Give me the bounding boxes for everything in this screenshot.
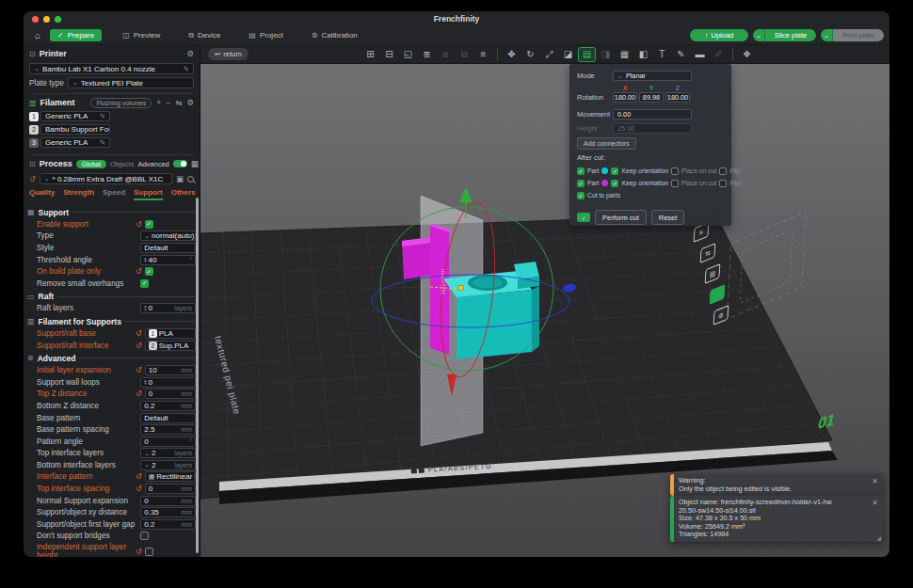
checkbox[interactable] (140, 532, 149, 540)
objects-tab[interactable]: Objects (110, 160, 134, 168)
place-on-cut-checkbox[interactable] (671, 167, 679, 175)
edit-printer-icon[interactable]: ✎ (184, 65, 189, 73)
cut-center-handle[interactable] (458, 286, 463, 291)
variable-layer-height-icon[interactable]: ▦ (616, 47, 633, 62)
close-icon[interactable]: ✕ (872, 474, 883, 496)
flip-checkbox[interactable] (719, 180, 727, 187)
add-connectors-button[interactable]: Add connectors (577, 137, 636, 150)
move-icon[interactable]: ✥ (503, 47, 521, 62)
spinner-icon[interactable]: ▴ ▾ (144, 305, 146, 311)
revert-icon[interactable]: ↺ (136, 220, 142, 229)
revert-all-icon[interactable]: ↺ (29, 175, 36, 183)
setting-field[interactable]: ⌄2layers (140, 460, 196, 470)
advanced-toggle[interactable] (173, 160, 187, 167)
setting-field[interactable]: 2Sup.PLA (145, 341, 196, 351)
setting-field[interactable]: 2.5mm (140, 424, 196, 435)
movement-input[interactable]: 0.00 (613, 109, 692, 119)
setting-field[interactable]: Default (140, 243, 196, 253)
flatten-icon[interactable]: ◪ (559, 47, 577, 62)
rotation-x-input[interactable]: 180.00 (613, 92, 637, 103)
return-button[interactable]: ↩ return (208, 48, 248, 60)
filament-item[interactable]: 2Bambu Support For ...✎ (29, 124, 110, 135)
rotation-y-input[interactable]: 89.98 (639, 92, 664, 103)
add-object-icon[interactable]: ⊞ (361, 47, 379, 62)
viewport[interactable]: ↩ return ⊞⊟◱≣⧈⧉≡✥↻⤢◪▤◨▦◧T✎▬✐❖ (200, 45, 889, 557)
setting-field[interactable]: Default (140, 413, 196, 423)
add-plate-icon[interactable]: ⊟ (380, 47, 398, 62)
setting-field[interactable]: 0.2mm (140, 401, 196, 411)
process-tab-strength[interactable]: Strength (63, 188, 94, 200)
setting-field[interactable]: 0mm (140, 496, 196, 506)
setting-field[interactable]: ⌄normal(auto) (140, 230, 196, 241)
process-tab-others[interactable]: Others (171, 188, 196, 200)
auto-orient-icon[interactable]: ◱ (399, 47, 417, 62)
scale-icon[interactable]: ⤢ (540, 47, 558, 62)
setting-field[interactable]: 0.35mm (140, 507, 196, 517)
tab-prepare[interactable]: ✓Prepare (50, 29, 102, 41)
parameter-table-icon[interactable]: ▦ (191, 159, 199, 168)
filament-item[interactable]: 3Generic PLA✎ (29, 137, 110, 148)
mode-select[interactable]: ⌄ Planar (613, 71, 692, 81)
checkbox[interactable]: ✓ (140, 279, 149, 288)
edit-icon[interactable]: ✎ (100, 112, 105, 120)
setting-field[interactable]: 1PLA (145, 328, 196, 339)
setting-field[interactable]: 10mm (145, 365, 196, 375)
reset-button[interactable]: Reset (651, 210, 685, 225)
tab-project[interactable]: ▤Project (241, 29, 290, 41)
flushing-volumes-button[interactable]: Flushing volumes (90, 98, 152, 108)
rotation-z-input[interactable]: 180.00 (665, 92, 690, 103)
plate-type-select[interactable]: ⌄ Textured PEI Plate (68, 77, 194, 88)
keep-orientation-checkbox[interactable]: ✓ (611, 180, 618, 187)
part-checkbox[interactable]: ✓ (577, 167, 585, 175)
process-preset-select[interactable]: ⌄ * 0.28mm Extra Draft @BBL X1C (40, 173, 172, 184)
setting-field[interactable]: ▴ ▾0layers (140, 303, 196, 313)
home-icon[interactable]: ⌂ (29, 28, 46, 42)
setting-field[interactable]: 0mm (145, 484, 196, 494)
ams-sync-icon[interactable]: ⇆ (175, 98, 182, 107)
mesh-boolean-icon[interactable]: ◧ (634, 47, 652, 62)
global-tab[interactable]: Global (76, 160, 106, 168)
search-icon[interactable] (187, 176, 194, 183)
filament-settings-gear-icon[interactable]: ⚙ (186, 98, 194, 107)
layers-icon[interactable]: ≡ (474, 47, 492, 62)
text-icon[interactable]: T (653, 47, 671, 62)
checkbox[interactable]: ✓ (145, 220, 153, 229)
checkbox[interactable] (145, 548, 153, 556)
revert-icon[interactable]: ↺ (136, 329, 142, 338)
seam-icon[interactable]: ▬ (691, 47, 709, 62)
assembly-view-icon[interactable]: ❖ (738, 47, 756, 62)
resize-handle-icon[interactable]: ◢ (876, 534, 881, 541)
save-preset-icon[interactable]: ▣ (176, 174, 184, 183)
place-on-cut-checkbox[interactable] (671, 180, 679, 187)
process-tab-quality[interactable]: Quality (29, 188, 55, 200)
upload-button[interactable]: ↑ Upload (690, 29, 748, 41)
filament-name-field[interactable]: Generic PLA✎ (40, 111, 110, 121)
process-tab-speed[interactable]: Speed (103, 188, 125, 200)
process-tab-support[interactable]: Support (134, 188, 163, 200)
revert-icon[interactable]: ↺ (136, 342, 142, 350)
setting-field[interactable]: ▴ ▾0 (140, 377, 196, 388)
sidebar-scrollbar[interactable] (196, 198, 199, 553)
slice-dropdown-button[interactable]: ⌄ (753, 29, 765, 41)
flip-checkbox[interactable] (719, 167, 727, 175)
revert-icon[interactable]: ↺ (136, 267, 142, 276)
revert-icon[interactable]: ↺ (136, 389, 142, 398)
filament-name-field[interactable]: Generic PLA✎ (40, 137, 110, 148)
revert-icon[interactable]: ↺ (136, 366, 142, 374)
setting-field[interactable]: 0.2mm (140, 519, 196, 530)
cut-icon[interactable]: ▤ (578, 47, 596, 62)
keep-orientation-checkbox[interactable]: ✓ (611, 167, 618, 175)
slice-plate-button[interactable]: Slice plate (765, 29, 816, 41)
color-paint-icon[interactable]: ✎ (672, 47, 690, 62)
edit-icon[interactable]: ✎ (100, 138, 105, 147)
revert-icon[interactable]: ↺ (136, 548, 142, 556)
spinner-icon[interactable]: ▴ ▾ (144, 257, 146, 263)
printer-preset-select[interactable]: ⌄ Bambu Lab X1 Carbon 0.4 nozzle ✎ (29, 63, 194, 74)
filament-item[interactable]: 1Generic PLA✎ (29, 111, 110, 121)
part-checkbox[interactable]: ✓ (577, 180, 585, 187)
spinner-icon[interactable]: ▴ ▾ (144, 379, 146, 386)
setting-field[interactable]: 0mm (145, 389, 196, 399)
setting-field[interactable]: 0° (140, 437, 196, 447)
arrange-icon[interactable]: ≣ (418, 47, 436, 62)
printer-settings-gear-icon[interactable]: ⚙ (186, 49, 194, 58)
